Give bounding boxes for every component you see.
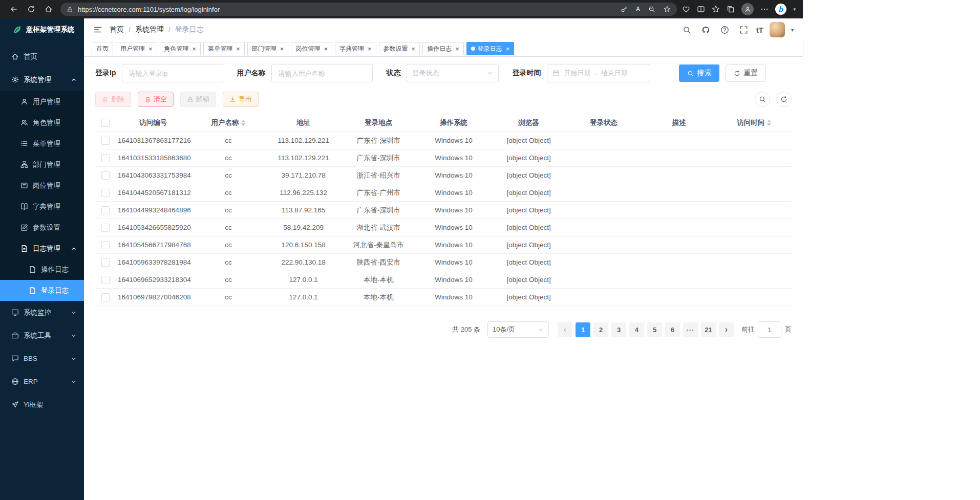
breadcrumb-item[interactable]: 登录日志/	[175, 25, 204, 34]
sidebar-item[interactable]: 系统工具	[0, 324, 84, 347]
collections-icon[interactable]	[727, 5, 735, 13]
row-checkbox[interactable]	[101, 206, 110, 214]
status-select[interactable]: 登录状态	[407, 64, 499, 82]
row-checkbox[interactable]	[101, 171, 110, 180]
tab[interactable]: 岗位管理 ×	[291, 42, 332, 55]
table-row[interactable]: 1641069652933218304 cc 127.0.0.1 本地-本机 W…	[95, 271, 792, 289]
next-page-button[interactable]: ›	[719, 322, 734, 337]
table-row[interactable]: 1641054566717984768 cc 120.6.150.158 河北省…	[95, 236, 792, 254]
tab-close-icon[interactable]: ×	[148, 46, 153, 52]
address-bar[interactable]: https://ccnetcore.com:1101/system/log/lo…	[60, 3, 677, 16]
search-button[interactable]: 搜索	[679, 64, 719, 82]
password-key-icon[interactable]	[621, 6, 628, 13]
prev-page-button[interactable]: ‹	[558, 322, 572, 337]
tab[interactable]: 首页 ×	[92, 42, 113, 55]
url-text[interactable]: https://ccnetcore.com:1101/system/log/lo…	[78, 6, 621, 13]
tab-close-icon[interactable]: ×	[280, 46, 284, 52]
zoom-out-icon[interactable]	[648, 6, 655, 13]
breadcrumb-item[interactable]: 系统管理/	[135, 25, 175, 34]
column-header[interactable]: 操作系统	[416, 114, 492, 132]
page-number-button[interactable]: ···	[683, 322, 698, 337]
row-checkbox[interactable]	[101, 241, 110, 249]
sidebar-item[interactable]: Yi框架	[0, 393, 84, 416]
site-info-lock-icon[interactable]	[67, 6, 73, 13]
select-all-checkbox[interactable]	[101, 119, 110, 127]
tab[interactable]: 部门管理 ×	[247, 42, 289, 55]
sidebar-item[interactable]: 首页	[0, 45, 84, 68]
table-row[interactable]: 1641044520567181312 cc 112.96.225.132 广东…	[95, 184, 792, 202]
sidebar-toggle-icon[interactable]	[93, 25, 102, 34]
row-checkbox[interactable]	[101, 276, 110, 284]
tab[interactable]: 参数设置 ×	[379, 42, 420, 55]
column-header[interactable]: 描述	[642, 114, 717, 132]
column-header[interactable]: 访问编号	[116, 114, 191, 132]
goto-page-input[interactable]	[758, 321, 781, 338]
header-search-button[interactable]	[680, 24, 693, 36]
table-row[interactable]: 1641053426655825920 cc 58.19.42.209 湖北省-…	[95, 219, 792, 236]
tab[interactable]: 登录日志 ×	[466, 42, 515, 55]
refresh-table-button[interactable]	[776, 92, 792, 107]
tab[interactable]: 用户管理 ×	[116, 42, 157, 55]
sidebar-item[interactable]: 用户管理	[0, 91, 84, 112]
browser-essentials-icon[interactable]	[682, 5, 690, 13]
row-checkbox[interactable]	[101, 137, 110, 145]
page-size-select[interactable]: 10条/页	[487, 321, 549, 338]
sidebar-item[interactable]: 日志管理	[0, 238, 84, 259]
add-favorite-star-icon[interactable]	[664, 6, 671, 13]
column-header[interactable]: 登录状态	[566, 114, 642, 132]
tab[interactable]: 字典管理 ×	[335, 42, 376, 55]
page-number-button[interactable]: 1	[576, 322, 590, 337]
row-checkbox[interactable]	[101, 258, 110, 267]
tab-close-icon[interactable]: ×	[412, 46, 416, 52]
tab[interactable]: 菜单管理 ×	[203, 42, 245, 55]
browser-refresh-button[interactable]	[23, 2, 40, 16]
sidebar-item[interactable]: 部门管理	[0, 154, 84, 175]
column-header[interactable]: 登录地点	[341, 114, 416, 132]
column-header[interactable]: 用户名称	[191, 114, 266, 132]
sidebar-item[interactable]: ERP	[0, 370, 84, 393]
sidebar-item[interactable]: 菜单管理	[0, 133, 84, 154]
row-checkbox[interactable]	[101, 293, 110, 301]
sidebar-item[interactable]: 系统监控	[0, 301, 84, 324]
reset-button[interactable]: 重置	[726, 64, 766, 82]
favorites-icon[interactable]	[712, 5, 720, 13]
page-number-button[interactable]: 2	[593, 322, 608, 337]
toolbar-button[interactable]: 导出	[223, 92, 259, 107]
tab[interactable]: 角色管理 ×	[160, 42, 201, 55]
login-ip-input[interactable]	[122, 64, 223, 82]
browser-back-button[interactable]	[5, 2, 23, 16]
tab-close-icon[interactable]: ×	[455, 46, 459, 52]
breadcrumb-item[interactable]: 首页/	[110, 25, 135, 34]
page-number-button[interactable]: 6	[665, 322, 680, 337]
github-icon[interactable]	[699, 24, 712, 36]
font-size-icon[interactable]: tT	[756, 26, 763, 34]
browser-profile-avatar[interactable]	[741, 3, 754, 15]
user-name-input[interactable]	[271, 64, 373, 82]
read-aloud-icon[interactable]: A	[636, 6, 641, 13]
help-icon[interactable]	[718, 24, 731, 36]
toggle-search-button[interactable]	[755, 92, 770, 107]
browser-settings-more-icon[interactable]	[760, 5, 769, 13]
page-number-button[interactable]: 3	[611, 322, 626, 337]
page-number-button[interactable]: 5	[647, 322, 662, 337]
fullscreen-icon[interactable]	[737, 24, 750, 36]
sidebar-item[interactable]: 系统管理	[0, 68, 84, 91]
tab-close-icon[interactable]: ×	[193, 46, 197, 52]
row-checkbox[interactable]	[101, 154, 110, 162]
sort-carets-icon[interactable]	[767, 120, 771, 126]
sidebar-item[interactable]: 操作日志	[0, 259, 84, 280]
date-range-picker[interactable]: 开始日期 - 结束日期	[547, 64, 650, 82]
tab-close-icon[interactable]: ×	[324, 46, 328, 52]
tab-close-icon[interactable]: ×	[368, 46, 372, 52]
user-avatar[interactable]	[770, 22, 785, 37]
row-checkbox[interactable]	[101, 224, 110, 232]
table-row[interactable]: 1641043063331753984 cc 39.171.210.78 浙江省…	[95, 167, 792, 184]
table-row[interactable]: 1641059633978281984 cc 222.90.130.18 陕西省…	[95, 254, 792, 271]
sidebar-item[interactable]: 角色管理	[0, 112, 84, 133]
column-header[interactable]: 浏览器	[491, 114, 566, 132]
sort-carets-icon[interactable]	[241, 120, 245, 126]
table-row[interactable]: 1641031367863177216 cc 113.102.129.221 广…	[95, 132, 792, 149]
sidebar-item[interactable]: BBS	[0, 347, 84, 370]
toolbar-button[interactable]: 清空	[138, 92, 174, 107]
tab-close-icon[interactable]: ×	[236, 46, 240, 52]
